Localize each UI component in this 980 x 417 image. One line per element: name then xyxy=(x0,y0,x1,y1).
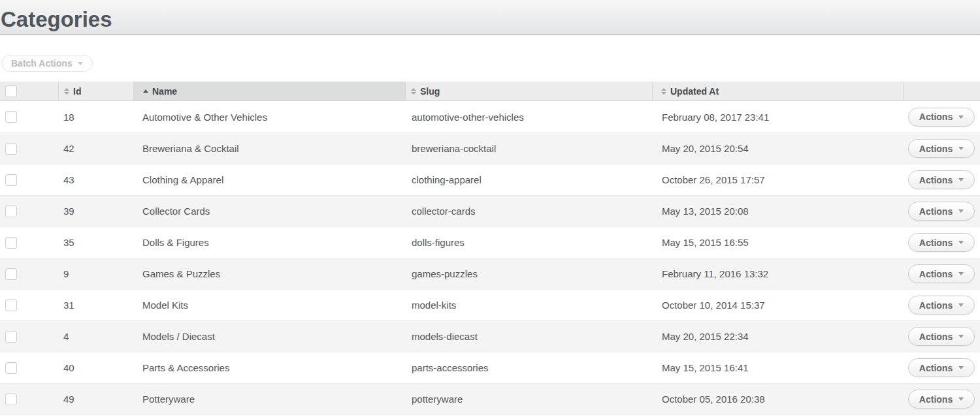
column-header-updated-at[interactable]: Updated At xyxy=(652,82,903,100)
table-row: 39 Collector Cards collector-cards May 1… xyxy=(0,195,980,226)
chevron-down-icon xyxy=(78,62,83,65)
column-header-actions xyxy=(903,82,980,100)
cell-updated-at: October 10, 2014 15:37 xyxy=(652,290,903,320)
row-checkbox[interactable] xyxy=(5,111,17,123)
batch-actions-button[interactable]: Batch Actions xyxy=(1,55,93,72)
row-actions-button[interactable]: Actions xyxy=(908,296,975,315)
cell-id: 18 xyxy=(58,101,133,132)
actions-label: Actions xyxy=(919,332,953,342)
actions-label: Actions xyxy=(919,394,953,405)
row-select-cell xyxy=(0,133,58,164)
row-select-cell xyxy=(0,101,58,132)
column-label: Id xyxy=(73,86,81,97)
cell-name: Models / Diecast xyxy=(133,321,405,352)
cell-id: 43 xyxy=(58,164,133,195)
cell-slug: breweriana-cocktail xyxy=(405,133,652,164)
cell-id: 4 xyxy=(58,321,133,352)
actions-label: Actions xyxy=(919,144,953,154)
page-title: Categories xyxy=(0,5,112,30)
row-actions-button[interactable]: Actions xyxy=(908,264,975,283)
row-select-cell xyxy=(0,352,58,383)
column-label: Name xyxy=(152,86,177,97)
row-actions-button[interactable]: Actions xyxy=(908,327,975,346)
row-checkbox[interactable] xyxy=(5,394,17,405)
chevron-down-icon xyxy=(958,272,964,275)
table-row: 31 Model Kits model-kits October 10, 201… xyxy=(0,289,980,320)
row-checkbox[interactable] xyxy=(5,143,17,155)
chevron-down-icon xyxy=(958,241,964,244)
row-actions-button[interactable]: Actions xyxy=(908,108,975,127)
batch-actions-label: Batch Actions xyxy=(11,58,73,69)
row-checkbox[interactable] xyxy=(5,331,17,343)
row-checkbox[interactable] xyxy=(5,362,17,374)
column-header-name[interactable]: Name xyxy=(133,82,405,100)
row-actions-cell: Actions xyxy=(903,164,980,195)
actions-label: Actions xyxy=(919,238,953,248)
cell-name: Collector Cards xyxy=(133,196,405,226)
row-checkbox[interactable] xyxy=(5,237,17,249)
cell-updated-at: October 05, 2016 20:38 xyxy=(652,384,903,414)
actions-label: Actions xyxy=(919,269,953,279)
cell-updated-at: February 11, 2016 13:32 xyxy=(652,258,903,289)
row-actions-button[interactable]: Actions xyxy=(908,170,975,189)
row-checkbox[interactable] xyxy=(5,268,17,280)
row-actions-button[interactable]: Actions xyxy=(908,202,975,221)
row-actions-cell: Actions xyxy=(903,133,980,164)
row-actions-cell: Actions xyxy=(903,101,980,132)
cell-slug: collector-cards xyxy=(405,196,652,226)
actions-label: Actions xyxy=(919,175,953,185)
sort-updown-icon xyxy=(411,88,416,95)
row-checkbox[interactable] xyxy=(5,300,17,311)
cell-slug: games-puzzles xyxy=(405,258,652,289)
row-checkbox[interactable] xyxy=(5,174,17,186)
row-actions-button[interactable]: Actions xyxy=(908,233,975,252)
chevron-down-icon xyxy=(958,397,964,401)
chevron-down-icon xyxy=(958,116,964,119)
row-actions-cell: Actions xyxy=(903,258,980,289)
cell-updated-at: May 15, 2015 16:55 xyxy=(652,227,903,258)
page: Categories Batch Actions Id xyxy=(0,0,980,417)
row-checkbox[interactable] xyxy=(5,206,17,217)
cell-slug: potteryware xyxy=(405,384,652,414)
content-area: Batch Actions Id Name xyxy=(0,35,980,417)
table-row: 4 Models / Diecast models-diecast May 20… xyxy=(0,320,980,352)
sort-updown-icon xyxy=(64,88,69,95)
cell-slug: parts-accessories xyxy=(405,352,652,383)
row-actions-button[interactable]: Actions xyxy=(908,358,975,377)
cell-slug: model-kits xyxy=(405,290,652,320)
row-select-cell xyxy=(0,164,58,195)
cell-name: Dolls & Figures xyxy=(133,227,405,258)
actions-label: Actions xyxy=(919,363,953,373)
table-row: 35 Dolls & Figures dolls-figures May 15,… xyxy=(0,226,980,258)
cell-updated-at: May 20, 2015 20:54 xyxy=(652,133,903,164)
row-actions-button[interactable]: Actions xyxy=(908,390,975,409)
cell-slug: automotive-other-vehicles xyxy=(405,101,652,132)
categories-table: Id Name Slug xyxy=(0,82,980,417)
cell-name: Potteryware xyxy=(133,384,405,414)
cell-slug: clothing-apparel xyxy=(405,164,652,195)
table-row: 42 Breweriana & Cocktail breweriana-cock… xyxy=(0,132,980,164)
table-row: 43 Clothing & Apparel clothing-apparel O… xyxy=(0,164,980,195)
table-body: 18 Automotive & Other Vehicles automotiv… xyxy=(0,101,980,414)
select-all-checkbox[interactable] xyxy=(5,85,17,97)
next-row-partial xyxy=(0,414,980,417)
cell-name: Games & Puzzles xyxy=(133,258,405,289)
row-actions-button[interactable]: Actions xyxy=(908,139,975,158)
cell-updated-at: May 13, 2015 20:08 xyxy=(652,196,903,226)
chevron-down-icon xyxy=(958,209,964,213)
chevron-down-icon xyxy=(958,366,964,369)
row-select-cell xyxy=(0,258,58,289)
column-label: Updated At xyxy=(670,86,719,97)
row-actions-cell: Actions xyxy=(903,321,980,352)
actions-label: Actions xyxy=(919,112,953,122)
title-bar: Categories xyxy=(0,0,980,35)
row-select-cell xyxy=(0,227,58,258)
row-select-cell xyxy=(0,321,58,352)
sort-updown-icon xyxy=(661,88,666,95)
column-header-id[interactable]: Id xyxy=(58,82,133,100)
row-actions-cell: Actions xyxy=(903,227,980,258)
cell-id: 31 xyxy=(58,290,133,320)
chevron-down-icon xyxy=(958,178,964,181)
cell-id: 40 xyxy=(58,352,133,383)
column-header-slug[interactable]: Slug xyxy=(405,82,652,100)
